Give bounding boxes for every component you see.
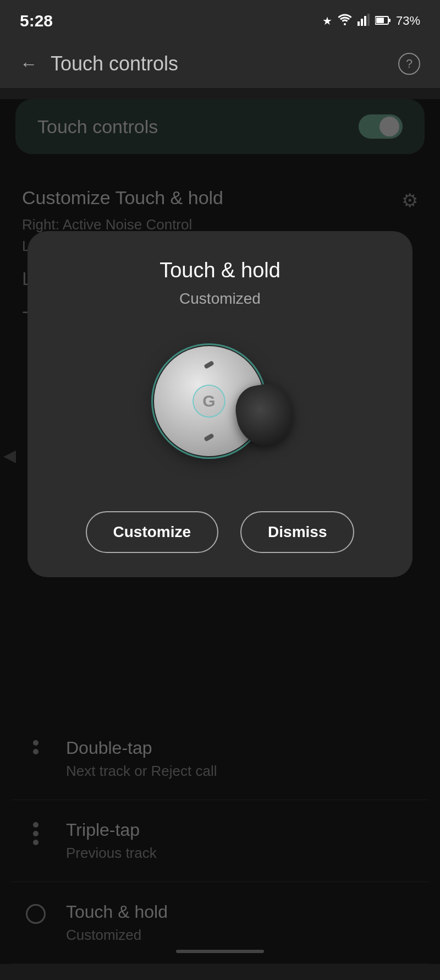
double-tap-subtitle: Next track or Reject call [66,763,217,780]
battery-icon [375,15,391,28]
dismiss-button[interactable]: Dismiss [240,511,354,553]
nav-left: ← Touch controls [20,52,178,75]
earbud-notch-top [204,360,215,369]
modal-title: Touch & hold [160,259,280,282]
double-tap-text: Double-tap Next track or Reject call [66,738,217,780]
earbud-g-letter: G [202,392,215,410]
svg-rect-2 [364,16,366,26]
touch-controls-toggle-row[interactable]: Touch controls [15,99,425,154]
toggle-knob [380,117,399,136]
double-tap-title: Double-tap [66,738,217,758]
dot1 [33,822,38,828]
double-tap-icon [22,738,50,754]
top-nav: ← Touch controls ? [0,40,440,88]
help-button[interactable]: ? [398,53,420,75]
customize-button[interactable]: Customize [86,511,219,553]
gear-icon[interactable]: ⚙ [402,189,418,211]
list-item-double-tap[interactable]: Double-tap Next track or Reject call [11,718,429,800]
three-dots-icon [33,822,38,845]
touch-hold-text: Touch & hold Customized [66,902,168,944]
touch-hold-icon [22,902,50,924]
battery-percent: 73% [396,14,420,28]
touch-hold-title: Touch & hold [66,902,168,922]
svg-rect-0 [358,21,360,26]
nav-title: Touch controls [51,52,178,75]
svg-rect-1 [361,19,363,26]
svg-rect-3 [367,14,370,26]
list-item-triple-tap[interactable]: Triple-tap Previous track [11,800,429,882]
svg-rect-5 [376,18,384,23]
customize-title: Customize Touch & hold [22,187,223,209]
two-dots-icon [33,740,38,754]
earbud-logo: G [193,385,226,418]
bluetooth-icon: ★ [322,14,332,28]
status-bar: 5:28 ★ 73% [0,0,440,40]
dot1 [33,740,38,746]
triple-tap-icon [22,820,50,845]
status-time: 5:28 [20,12,53,30]
modal-buttons: Customize Dismiss [50,511,391,553]
status-icons: ★ 73% [322,14,420,29]
triple-tap-subtitle: Previous track [66,845,157,862]
touch-hold-subtitle: Customized [66,927,168,944]
dot3 [33,840,38,845]
toggle-label: Touch controls [37,116,158,138]
home-indicator [176,950,264,953]
page-content: Touch controls Customize Touch & hold Ri… [0,99,440,964]
signal-icon [358,14,370,29]
back-button[interactable]: ← [20,54,37,74]
circle-icon [26,904,46,924]
touch-controls-switch[interactable] [359,114,403,139]
left-chevron-icon[interactable]: ◀ [0,440,19,470]
modal-subtitle: Customized [179,290,261,308]
earbud-notch-bottom [204,433,215,442]
triple-tap-text: Triple-tap Previous track [66,820,157,862]
triple-tap-title: Triple-tap [66,820,157,840]
dot2 [33,749,38,754]
svg-rect-6 [389,19,391,22]
touch-hold-modal: Touch & hold Customized G Customize Dism… [28,231,413,577]
dot2 [33,831,38,836]
wifi-icon [338,14,352,29]
list-section: Double-tap Next track or Reject call Tri… [0,718,440,964]
earbud-illustration: G [143,330,297,484]
